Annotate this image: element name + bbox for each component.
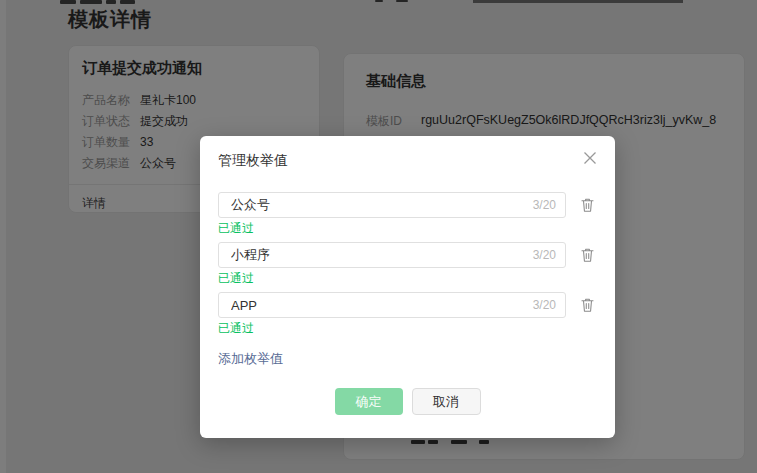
trash-icon <box>580 247 595 263</box>
list-item: 3/20 已通过 <box>218 192 597 236</box>
manage-enum-dialog: 管理枚举值 3/20 <box>200 136 615 438</box>
enum-list: 3/20 已通过 3/20 <box>200 192 615 415</box>
delete-enum-button[interactable] <box>578 195 597 215</box>
char-counter: 3/20 <box>533 198 556 212</box>
enum-value-input[interactable] <box>218 292 566 318</box>
confirm-button[interactable]: 确定 <box>335 388 403 415</box>
dialog-header: 管理枚举值 <box>200 136 615 169</box>
enum-value-input[interactable] <box>218 242 566 268</box>
char-counter: 3/20 <box>533 298 556 312</box>
delete-enum-button[interactable] <box>578 245 597 265</box>
trash-icon <box>580 297 595 313</box>
close-button[interactable] <box>575 143 605 173</box>
char-counter: 3/20 <box>533 248 556 262</box>
status-badge: 已通过 <box>218 271 597 286</box>
close-icon <box>582 150 598 166</box>
trash-icon <box>580 197 595 213</box>
list-item: 3/20 已通过 <box>218 292 597 336</box>
add-enum-link[interactable]: 添加枚举值 <box>218 350 283 367</box>
dialog-title: 管理枚举值 <box>218 151 597 169</box>
delete-enum-button[interactable] <box>578 295 597 315</box>
enum-value-input[interactable] <box>218 192 566 218</box>
list-item: 3/20 已通过 <box>218 242 597 286</box>
cancel-button[interactable]: 取消 <box>412 388 481 415</box>
status-badge: 已通过 <box>218 221 597 236</box>
screen: 模板详情 订单提交成功通知 产品名称 星礼卡100 订单状态 提交成功 订单数量… <box>0 0 757 473</box>
dialog-actions: 确定 取消 <box>218 388 597 415</box>
status-badge: 已通过 <box>218 321 597 336</box>
